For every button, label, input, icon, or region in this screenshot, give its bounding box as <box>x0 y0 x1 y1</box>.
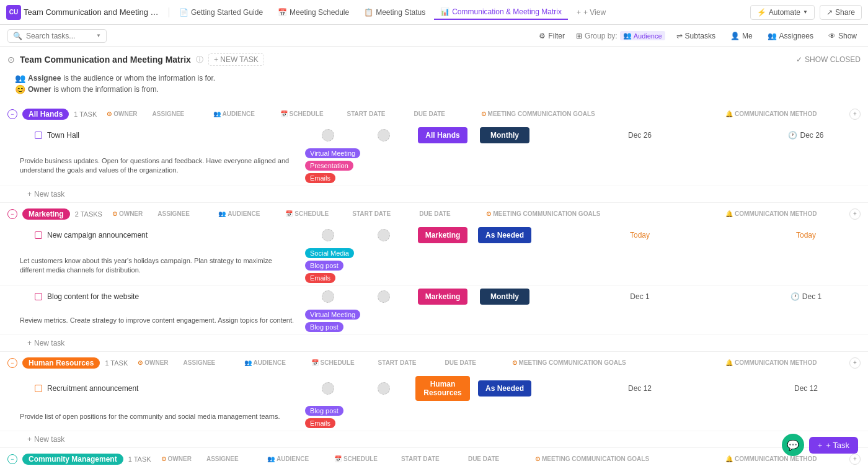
group-by-control[interactable]: ⊞ Group by: 👥 Audience <box>576 31 665 40</box>
group-startdate-header: START DATE <box>373 357 435 369</box>
add-task-row[interactable]: +New task <box>0 335 868 351</box>
automate-button[interactable]: ⚡ Automate ▼ <box>750 5 815 20</box>
owner-cell <box>300 125 356 145</box>
audience-pill[interactable]: Marketing <box>418 227 468 243</box>
eye-icon: 👁 <box>828 32 836 40</box>
add-view-btn[interactable]: + + View <box>570 6 612 19</box>
tab-comm-matrix[interactable]: 📊 Communication & Meeting Matrix <box>434 5 568 20</box>
owner-label: OWNER <box>144 359 168 366</box>
method-tag[interactable]: Virtual Meeting <box>305 310 360 320</box>
show-button[interactable]: 👁 Show <box>825 30 861 42</box>
group-tag[interactable]: Human Resources <box>22 357 100 369</box>
show-closed-button[interactable]: ✓ SHOW CLOSED <box>796 55 861 64</box>
assignee-avatar[interactable] <box>378 129 390 141</box>
add-task-button[interactable]: + NEW TASK <box>208 53 264 66</box>
schedule-pill[interactable]: As Needed <box>478 227 531 243</box>
group-tag[interactable]: All Hands <box>22 109 69 120</box>
assignee-avatar[interactable] <box>378 290 390 303</box>
tab-getting-started[interactable]: 📄 Getting Started Guide <box>173 6 269 19</box>
tab-label: Getting Started Guide <box>191 8 263 17</box>
task-name[interactable]: New campaign announcement <box>47 231 148 240</box>
search-input[interactable] <box>26 32 92 40</box>
task-checkbox[interactable] <box>35 231 42 239</box>
group-method-header: 🔔 COMMUNICATION METHOD <box>720 208 844 220</box>
me-button[interactable]: 👤 Me <box>727 30 756 42</box>
info-banner: 👥 Assignee is the audience or whom the i… <box>0 69 868 103</box>
group-collapse-btn[interactable]: − <box>7 358 17 368</box>
search-icon: 🔍 <box>13 32 22 40</box>
assignees-label: Assignees <box>779 32 813 40</box>
search-box[interactable]: 🔍 ▼ <box>7 29 107 43</box>
owner-avatar[interactable] <box>322 290 334 303</box>
new-task-label: New task <box>34 190 64 199</box>
schedule-pill[interactable]: As Needed <box>478 380 531 397</box>
schedule-cell: As Needed <box>474 225 536 246</box>
group-header-all-hands[interactable]: − All Hands 1 TASK ⊙ OWNER ASSIGNEE 👥 AU… <box>0 103 868 125</box>
method-tag[interactable]: Emails <box>305 173 335 183</box>
assignee-avatar[interactable] <box>378 229 390 241</box>
method-tag[interactable]: Social Media <box>305 248 354 258</box>
owner-avatar[interactable] <box>322 229 334 241</box>
task-name[interactable]: Town Hall <box>47 131 79 140</box>
method-tag[interactable]: Virtual Meeting <box>305 148 360 158</box>
group-tag[interactable]: Marketing <box>22 208 70 220</box>
collapse-icon[interactable]: ⊙ <box>7 55 15 65</box>
show-closed-label: SHOW CLOSED <box>805 55 861 64</box>
share-button[interactable]: ↗ Share <box>820 5 862 20</box>
method-cell: Virtual MeetingBlog post <box>300 307 356 334</box>
method-tag[interactable]: Presentation <box>305 161 353 171</box>
group-header-human-resources[interactable]: − Human Resources 1 TASK ⊙ OWNER ASSIGNE… <box>0 352 868 374</box>
group-add-btn[interactable]: + <box>849 208 861 220</box>
group-tag[interactable]: Community Management <box>22 454 123 465</box>
audience-pill[interactable]: Human Resources <box>415 376 470 401</box>
group-count: 2 TASKS <box>75 210 102 218</box>
subtasks-button[interactable]: ⇌ Subtasks <box>673 30 719 42</box>
table-row: Recruitment announcement Human Resources… <box>0 374 868 431</box>
cal-icon-h: 📅 <box>285 210 293 217</box>
method-tag[interactable]: Emails <box>305 418 335 428</box>
method-tag[interactable]: Blog post <box>305 406 343 416</box>
top-nav: CU Team Communication and Meeting Ma... … <box>0 0 868 25</box>
assignees-button[interactable]: 👥 Assignees <box>764 30 817 42</box>
toolbar: 🔍 ▼ ⚙ Filter ⊞ Group by: 👥 Audience ⇌ Su… <box>0 25 868 47</box>
assignee-cell <box>356 287 412 307</box>
filter-label: Filter <box>548 32 565 40</box>
group-header-community-management[interactable]: − Community Management 1 TASK ⊙ OWNER AS… <box>0 448 868 466</box>
group-header-marketing[interactable]: − Marketing 2 TASKS ⊙ OWNER ASSIGNEE 👥 A… <box>0 203 868 225</box>
add-task-row[interactable]: +New task <box>0 431 868 447</box>
group-collapse-btn[interactable]: − <box>7 109 17 119</box>
task-checkbox[interactable] <box>35 385 42 392</box>
group-duedate-header: DUE DATE <box>440 357 502 369</box>
task-checkbox[interactable] <box>35 293 42 300</box>
owner-avatar[interactable] <box>322 129 334 141</box>
task-name[interactable]: Blog content for the website <box>47 292 139 301</box>
owner-avatar[interactable] <box>322 382 334 395</box>
tab-meeting-schedule[interactable]: 📅 Meeting Schedule <box>272 6 355 19</box>
audience-pill[interactable]: All Hands <box>418 127 467 143</box>
schedule-pill[interactable]: Monthly <box>480 127 529 143</box>
method-tag[interactable]: Emails <box>305 273 335 283</box>
group-collapse-btn[interactable]: − <box>7 209 17 219</box>
group-add-btn[interactable]: + <box>849 109 861 120</box>
method-cell: Social MediaBlog postEmails <box>300 246 356 285</box>
owner-label: OWNER <box>113 110 137 117</box>
add-task-row[interactable]: +New task <box>0 186 868 202</box>
audience-cell: All Hands <box>412 125 474 146</box>
assignee-avatar[interactable] <box>378 382 390 395</box>
filter-button[interactable]: ⚙ Filter <box>535 30 569 42</box>
start-date-cell: Today <box>536 227 744 243</box>
info-line-2: 😊 Owner is whom the information is from. <box>15 84 853 94</box>
task-name[interactable]: Recruitment announcement <box>47 384 138 393</box>
audience-pill[interactable]: Marketing <box>418 289 468 305</box>
group-add-btn[interactable]: + <box>849 357 861 369</box>
schedule-pill[interactable]: Monthly <box>480 289 529 305</box>
method-tag[interactable]: Blog post <box>305 261 343 271</box>
method-cell: Virtual MeetingPresentationEmails <box>300 146 356 186</box>
audience-value: Audience <box>634 32 662 40</box>
chat-button[interactable]: 💬 <box>782 434 804 456</box>
add-task-float-button[interactable]: + + Task <box>809 437 858 454</box>
group-collapse-btn[interactable]: − <box>7 454 17 464</box>
method-tag[interactable]: Blog post <box>305 322 343 332</box>
task-checkbox[interactable] <box>35 132 42 139</box>
tab-meeting-status[interactable]: 📋 Meeting Status <box>358 6 432 19</box>
